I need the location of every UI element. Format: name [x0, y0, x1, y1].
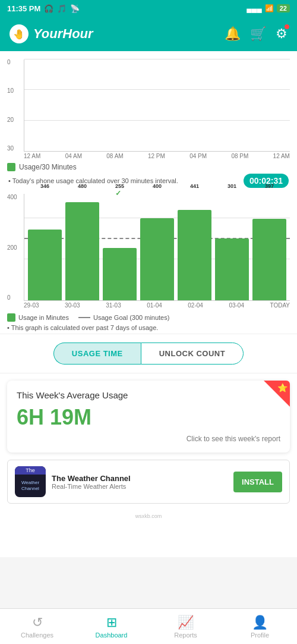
bar-top-label: 441	[190, 183, 199, 189]
weekly-bars: 346480255✓400441301397	[24, 194, 290, 300]
ad-logo: The WeatherChannel	[15, 466, 46, 497]
cast-icon: 📡	[70, 4, 80, 13]
weekly-bar	[28, 230, 62, 300]
weekly-bar	[215, 238, 249, 300]
profile-label: Profile	[251, 632, 269, 639]
status-time: 11:35 PM	[7, 4, 40, 13]
legend-dashed-line	[78, 317, 90, 318]
star-icon: ⭐	[277, 383, 287, 392]
chart2-legend1: Usage in Minutes	[18, 314, 69, 321]
report-card-value: 6H 19M	[17, 405, 280, 430]
settings-icon-container[interactable]: ⚙	[276, 26, 287, 42]
install-button[interactable]: INSTALL	[233, 472, 282, 492]
chart2-legend: Usage in Minutes Usage Goal (300 minutes…	[7, 313, 290, 322]
logo-icon: 🤚	[10, 24, 29, 43]
weekly-bar-group: 255✓	[103, 194, 137, 300]
notification-icon[interactable]: 🔔	[225, 26, 241, 42]
chart2-x-labels: 29-03 30-03 31-03 01-04 02-04 03-04 TODA…	[24, 301, 290, 310]
headphone-icon: 🎧	[44, 4, 53, 13]
daily-chart-container	[24, 59, 290, 152]
weekly-bar-group: 397	[252, 194, 286, 300]
app-header: 🤚 YourHour 🔔 🛒 ⚙	[0, 17, 297, 51]
chart1-legend-text: Usage/30 Minutes	[19, 163, 77, 171]
weekly-chart-container: 346480255✓400441301397	[24, 194, 290, 301]
daily-chart-section: 30 20 10 0 12 AM 04 AM 08 AM 12 PM 04 PM…	[0, 51, 297, 190]
header-icons: 🔔 🛒 ⚙	[225, 26, 287, 42]
dashboard-label: Dashboard	[96, 632, 128, 639]
ad-logo-bottom: WeatherChannel	[20, 475, 41, 497]
challenges-label: Challenges	[21, 632, 53, 639]
settings-notification-dot	[285, 24, 289, 29]
daily-bars	[24, 59, 290, 151]
nav-challenges[interactable]: ↺ Challenges	[0, 609, 74, 644]
legend-green-box	[7, 313, 15, 322]
report-card-title: This Week's Average Usage	[17, 390, 280, 400]
bar-top-label: 397	[265, 183, 274, 189]
weekly-bar-group: 400	[140, 194, 174, 300]
chart1-y-axis: 30 20 10 0	[7, 59, 14, 152]
challenges-icon: ↺	[32, 615, 43, 630]
status-bar: 11:35 PM 🎧 🎵 📡 ▄▄▄ 📶 22	[0, 0, 297, 17]
cart-icon[interactable]: 🛒	[250, 26, 266, 42]
bar-top-label: 400	[153, 183, 162, 189]
app-logo: 🤚 YourHour	[10, 24, 225, 43]
reports-label: Reports	[174, 632, 197, 639]
weekly-bar-group: 301	[215, 194, 249, 300]
weekly-bar-group: 480	[65, 194, 99, 300]
nav-profile[interactable]: 👤 Profile	[223, 609, 297, 644]
main-content: 30 20 10 0 12 AM 04 AM 08 AM 12 PM 04 PM…	[0, 51, 297, 557]
ad-name: The Weather Channel	[52, 474, 228, 483]
bottom-nav: ↺ Challenges ⊞ Dashboard 📈 Reports 👤 Pro…	[0, 608, 297, 644]
bottom-spacer	[0, 522, 297, 557]
profile-icon: 👤	[252, 615, 268, 630]
dashboard-icon: ⊞	[106, 615, 117, 630]
chart1-legend: Usage/30 Minutes	[7, 163, 290, 171]
chart2-legend2: Usage Goal (300 minutes)	[93, 314, 169, 321]
ad-banner: The WeatherChannel The Weather Channel R…	[7, 460, 290, 504]
chart1-note-row: • Today's phone usage calculated over 30…	[7, 174, 290, 188]
weekly-bar	[140, 218, 174, 300]
legend-box-green	[7, 163, 15, 171]
signal-icon: ▄▄▄	[247, 4, 262, 12]
watermark: wsxkb.com	[0, 511, 297, 522]
unlock-count-tab[interactable]: UNLOCK COUNT	[141, 343, 244, 365]
weekly-bar	[252, 219, 286, 300]
wifi-icon: 📶	[265, 4, 274, 12]
report-card-link[interactable]: Click to see this week's report	[17, 435, 280, 443]
ad-subtitle: Real-Time Weather Alerts	[52, 483, 228, 490]
chart1-x-labels: 12 AM 04 AM 08 AM 12 PM 04 PM 08 PM 12 A…	[24, 152, 290, 161]
chart2-note: • This graph is calculated over past 7 d…	[7, 324, 290, 331]
usage-time-tab[interactable]: USAGE TIME	[53, 343, 141, 365]
status-right: ▄▄▄ 📶 22	[247, 4, 290, 12]
tab-section: USAGE TIME UNLOCK COUNT	[0, 334, 297, 373]
nav-dashboard[interactable]: ⊞ Dashboard	[74, 609, 148, 644]
reports-icon: 📈	[178, 615, 194, 630]
nav-reports[interactable]: 📈 Reports	[148, 609, 223, 644]
weekly-bar	[65, 202, 99, 300]
bar-top-label: 301	[228, 183, 236, 189]
bar-top-label: 346	[40, 183, 49, 189]
report-card[interactable]: ⭐ This Week's Average Usage 6H 19M Click…	[7, 381, 290, 453]
bar-top-label: 480	[78, 183, 87, 189]
status-left: 11:35 PM 🎧 🎵 📡	[7, 4, 80, 13]
weekly-bar-group: 346	[28, 194, 62, 300]
weekly-bar	[178, 210, 211, 300]
battery-icon: 22	[277, 4, 290, 12]
ad-logo-top: The	[15, 466, 46, 475]
app-title: YourHour	[33, 26, 93, 42]
weekly-bar	[103, 248, 137, 300]
bar-top-label: 255✓	[115, 183, 124, 197]
ad-text: The Weather Channel Real-Time Weather Al…	[52, 474, 228, 490]
weekly-bar-group: 441	[178, 194, 211, 300]
battery-level: 22	[277, 4, 290, 12]
chart2-y-axis: 0 200 400	[7, 194, 17, 301]
weekly-chart-section: 0 200 400 346480255✓400441301397 29-03 3…	[0, 190, 297, 334]
spotify-icon: 🎵	[57, 4, 67, 13]
